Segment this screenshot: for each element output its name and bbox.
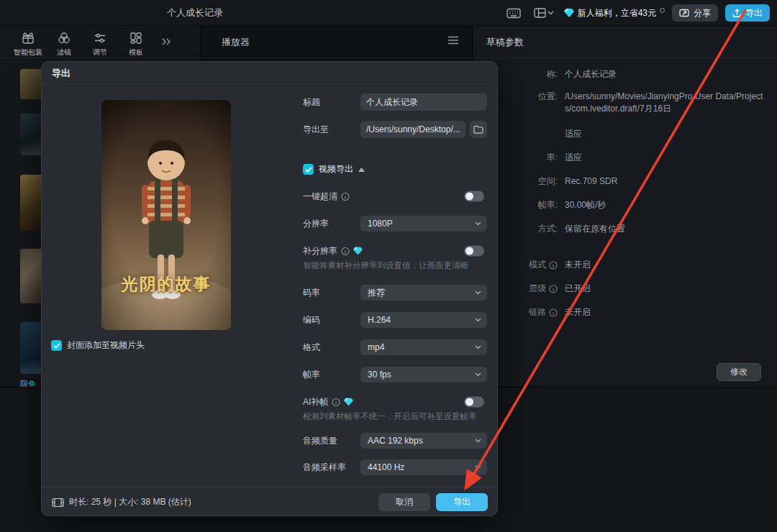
draft-row-value: 已开启 (565, 283, 768, 295)
draft-row-label: 链路 (529, 306, 546, 318)
adjust-icon (94, 32, 106, 45)
format-value: mp4 (368, 342, 384, 352)
fps-row: 帧率 30 fps (303, 367, 487, 382)
dialog-title: 导出 (42, 62, 497, 84)
media-toolbar: 智能包装 滤镜 调节 模板 (10, 27, 154, 58)
bitrate-value: 推荐 (368, 287, 385, 299)
ai-frame-toggle[interactable] (464, 397, 484, 408)
export-button-top[interactable]: 导出 (725, 4, 770, 22)
fps-select[interactable]: 30 fps (360, 367, 487, 382)
dialog-footer: 时长: 25 秒 | 大小: 38 MB (估计) 取消 导出 (42, 487, 497, 516)
player-menu-button[interactable] (447, 36, 459, 45)
resolution-label: 分辨率 (303, 218, 329, 230)
sample-rate-select[interactable]: 44100 Hz (360, 459, 487, 475)
ai-frame-label: AI补帧 (303, 396, 353, 408)
promo-banner[interactable]: 新人福利，立省43元 (564, 7, 665, 19)
layout-icon (534, 8, 546, 18)
bitrate-select[interactable]: 推荐 (360, 285, 487, 301)
collapse-up-icon[interactable] (358, 168, 365, 172)
export-top-label: 导出 (745, 7, 763, 19)
tool-filters[interactable]: 滤镜 (46, 27, 82, 58)
codec-select[interactable]: H.264 (360, 312, 487, 328)
monitor-icon (52, 497, 64, 508)
export-path-input[interactable] (360, 121, 465, 138)
info-icon[interactable] (549, 285, 558, 293)
codec-row: 编码 H.264 (303, 312, 487, 328)
title-row: 标题 (303, 93, 487, 111)
titlebar-actions: 新人福利，立省43元 分享 导出 (504, 0, 770, 26)
draft-row-value: 适应 (565, 128, 768, 140)
audio-quality-label: 音频质量 (303, 435, 337, 447)
super-res-hint: 智能将素材补分辨率到设置值，让画面更清晰 (303, 260, 468, 271)
sample-rate-label: 音频采样率 (303, 462, 346, 474)
video-export-label: 视频导出 (319, 163, 353, 175)
cancel-button[interactable]: 取消 (378, 493, 430, 511)
resolution-row: 分辨率 1080P (303, 216, 487, 231)
format-label: 格式 (303, 341, 320, 354)
player-title: 播放器 (222, 36, 250, 49)
resolution-value: 1080P (368, 219, 393, 229)
draft-row-label: 位置: (538, 91, 558, 103)
draft-title: 草稿参数 (486, 36, 524, 49)
vip-diamond-icon (344, 398, 353, 406)
share-label: 分享 (694, 7, 711, 19)
info-icon[interactable] (341, 247, 350, 255)
audio-quality-select[interactable]: AAC 192 kbps (360, 433, 487, 449)
audio-quality-row: 音频质量 AAC 192 kbps (303, 433, 487, 449)
keyboard-icon (506, 8, 521, 19)
expand-toolbar-button[interactable] (161, 37, 171, 46)
format-select[interactable]: mp4 (360, 339, 487, 355)
layout-button[interactable] (531, 6, 557, 20)
format-row: 格式 mp4 (303, 339, 487, 355)
resolution-select[interactable]: 1080P (360, 216, 487, 231)
cover-preview: 光阴的故事 (101, 100, 231, 330)
draft-params-body: 称: 个人成长记录 位置: /Users/sunny/Movies/Jianyi… (473, 58, 777, 387)
browse-folder-button[interactable] (470, 121, 487, 138)
shortcuts-button[interactable] (504, 6, 524, 21)
chevron-down-icon (475, 345, 481, 349)
draft-row-label: 方式: (538, 223, 558, 235)
project-title: 个人成长记录 (167, 0, 223, 26)
sample-rate-row: 音频采样率 44100 Hz (303, 459, 487, 475)
export-to-label: 导出至 (303, 124, 329, 136)
audio-quality-value: AAC 192 kbps (368, 436, 423, 446)
info-icon[interactable] (549, 308, 558, 317)
draft-row-label: 率: (547, 152, 558, 164)
draft-row-value: 30.00帧/秒 (565, 199, 768, 211)
video-export-checkbox[interactable]: 视频导出 (303, 163, 365, 175)
title-input[interactable] (360, 93, 487, 111)
double-chevron-icon (161, 37, 171, 46)
export-summary: 时长: 25 秒 | 大小: 38 MB (估计) (52, 487, 191, 517)
promo-text: 新人福利，立省43元 (578, 7, 656, 19)
info-icon[interactable] (549, 261, 558, 270)
info-icon[interactable] (341, 192, 350, 201)
draft-row-label: 模式 (529, 259, 546, 271)
tool-smart-pack[interactable]: 智能包装 (10, 27, 46, 58)
export-dialog: 导出 (41, 61, 498, 516)
one-key-hd-label: 一键超清 (303, 191, 350, 203)
draft-row-value: 保留在原有位置 (565, 223, 768, 235)
super-res-toggle[interactable] (464, 246, 484, 257)
super-res-row: 补分辨率 (303, 245, 487, 257)
codec-label: 编码 (303, 314, 320, 326)
checkbox-checked-icon (51, 340, 62, 351)
info-icon[interactable] (332, 398, 340, 406)
draft-row-label: 称: (547, 68, 558, 81)
cover-to-head-checkbox[interactable]: 封面添加至视频片头 (51, 339, 145, 352)
bitrate-label: 码率 (303, 287, 320, 299)
templates-icon (130, 32, 142, 45)
one-key-hd-toggle[interactable] (464, 191, 484, 202)
hamburger-icon (447, 36, 459, 45)
cover-caption: 光阴的故事 (101, 273, 231, 295)
tool-templates[interactable]: 模板 (118, 27, 154, 58)
tool-label: 调节 (93, 47, 107, 58)
share-button[interactable]: 分享 (672, 4, 718, 22)
modify-button[interactable]: 修改 (717, 363, 761, 381)
export-button-dialog[interactable]: 导出 (436, 493, 488, 511)
cover-art (101, 100, 231, 330)
vip-diamond-icon (353, 247, 363, 255)
diamond-icon (564, 9, 574, 17)
chevron-down-icon (475, 221, 481, 226)
tool-adjust[interactable]: 调节 (82, 27, 118, 58)
fps-label: 帧率 (303, 369, 320, 381)
